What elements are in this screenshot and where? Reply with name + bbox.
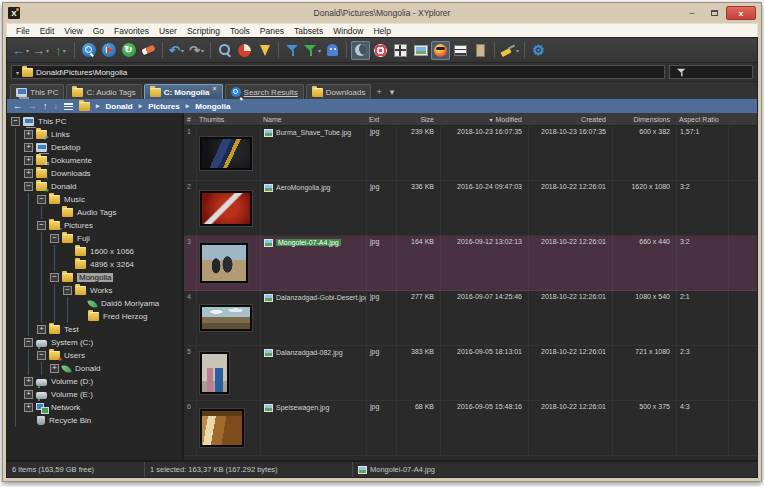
expand-toggle[interactable]: + (24, 377, 33, 386)
address-dropdown-icon[interactable]: ▾ (16, 69, 19, 76)
menu-item-tabsets[interactable]: Tabsets (289, 26, 328, 36)
thumbnail-aeromongolia-jpg[interactable] (200, 191, 252, 226)
expand-toggle[interactable]: + (24, 130, 33, 139)
column-header-ext[interactable]: Ext (366, 113, 396, 125)
tab-c-mongolia[interactable]: C: Mongolia× (144, 84, 223, 99)
thumbnail-speisewagen-jpg[interactable] (200, 409, 244, 447)
expand-toggle[interactable]: + (50, 364, 59, 373)
dropdown-caret-icon[interactable]: ▾ (63, 47, 66, 54)
menu-item-file[interactable]: File (11, 26, 35, 36)
tab-list-button[interactable]: ▾ (387, 84, 398, 99)
tab-this-pc[interactable]: This PC (10, 84, 64, 99)
thumbnail-mongolei-07-a4-jpg[interactable] (200, 243, 248, 283)
column-header-created[interactable]: Created (528, 113, 612, 125)
menu-item-help[interactable]: Help (368, 26, 395, 36)
crumb-back-icon[interactable]: ← (13, 102, 22, 111)
tree-item-pictures[interactable]: −Pictures (7, 219, 182, 232)
tree-item-desktop[interactable]: +Desktop (7, 141, 182, 154)
filter-box[interactable] (669, 65, 753, 79)
thumbnail-burma-shave-tube-jpg[interactable] (200, 137, 252, 170)
file-row-mongolei-07-a4-jpg[interactable]: 3Mongolei-07-A4.jpgjpg164 KB2016-09-12 1… (184, 236, 757, 291)
file-name[interactable]: Mongolei-07-A4.jpg (276, 239, 341, 246)
breadcrumb-segment-donald[interactable]: Donald (106, 102, 133, 111)
file-name[interactable]: Dalanzadgad-082.jpg (276, 349, 343, 356)
breadcrumb-segment-pictures[interactable]: Pictures (148, 102, 180, 111)
minimize-button[interactable]: – (682, 6, 702, 20)
erase-button[interactable] (139, 41, 158, 60)
statistics-button[interactable] (235, 41, 254, 60)
expand-toggle[interactable]: − (63, 286, 72, 295)
new-tab-button[interactable]: + (373, 84, 384, 99)
expand-toggle[interactable]: − (50, 273, 59, 282)
tree-item-volume-d[interactable]: +Volume (D:) (7, 375, 182, 388)
file-name[interactable]: Speisewagen.jpg (276, 404, 329, 411)
find-files-button[interactable] (79, 41, 98, 60)
back-button[interactable]: ←▾ (11, 41, 30, 60)
tree-item-fuji[interactable]: −Fuji (7, 232, 182, 245)
expand-toggle[interactable]: + (37, 325, 46, 334)
tree-item-dokumente[interactable]: +Dokumente (7, 154, 182, 167)
visual-filter-button[interactable] (283, 41, 302, 60)
expand-toggle[interactable]: − (37, 195, 46, 204)
expand-toggle[interactable]: − (37, 221, 46, 230)
thumbnails-button[interactable] (411, 41, 430, 60)
tab-close-icon[interactable]: × (212, 86, 216, 92)
menu-item-user[interactable]: User (154, 26, 182, 36)
column-header-[interactable]: # (184, 113, 196, 125)
file-name[interactable]: Burma_Shave_Tube.jpg (276, 129, 351, 136)
tree-item-audio-tags[interactable]: Audio Tags (7, 206, 182, 219)
fun-mode-button[interactable] (431, 41, 450, 60)
breadcrumb-segment-mongolia[interactable]: Mongolia (195, 102, 230, 111)
file-name[interactable]: AeroMongolia.jpg (276, 184, 330, 191)
menu-item-window[interactable]: Window (328, 26, 368, 36)
thumbnail-dalanzadgad-082-jpg[interactable] (200, 352, 229, 394)
menu-item-view[interactable]: View (59, 26, 87, 36)
crumb-down-icon[interactable]: ↓ (54, 102, 59, 111)
tree-item-this-pc[interactable]: −This PC (7, 115, 182, 128)
menu-item-panes[interactable]: Panes (255, 26, 289, 36)
menu-item-go[interactable]: Go (88, 26, 109, 36)
menu-item-scripting[interactable]: Scripting (182, 26, 225, 36)
file-row-burma-shave-tube-jpg[interactable]: 1Burma_Shave_Tube.jpgjpg239 KB2018-10-23… (184, 126, 757, 181)
tree-item-mongolia[interactable]: −Mongolia (7, 271, 182, 284)
tab-search-results[interactable]: Search Results (225, 84, 304, 99)
tree-item-works[interactable]: −Works (7, 284, 182, 297)
menu-item-tools[interactable]: Tools (225, 26, 255, 36)
maximize-button[interactable] (704, 6, 724, 20)
expand-toggle[interactable]: − (11, 117, 20, 126)
expand-toggle[interactable]: + (24, 169, 33, 178)
up-button[interactable]: ↑▾ (51, 41, 70, 60)
menu-item-edit[interactable]: Edit (35, 26, 60, 36)
file-row-speisewagen-jpg[interactable]: 6Speisewagen.jpgjpg68 KB2016-09-05 15:48… (184, 401, 757, 456)
file-row-aeromongolia-jpg[interactable]: 2AeroMongolia.jpgjpg336 KB2016-10-24 09:… (184, 181, 757, 236)
goto-button[interactable] (99, 41, 118, 60)
tab-c-audio-tags[interactable]: C: Audio Tags (66, 84, 141, 99)
column-header-modified[interactable]: ▾Modified (440, 113, 528, 125)
tree-item-donald[interactable]: +Donald (7, 362, 182, 375)
tree-item-recycle-bin[interactable]: Recycle Bin (7, 414, 182, 427)
dropdown-caret-icon[interactable]: ▾ (318, 47, 321, 54)
tree-item-volume-e[interactable]: +Volume (E:) (7, 388, 182, 401)
tree-item-users[interactable]: −Users (7, 349, 182, 362)
dropdown-caret-icon[interactable]: ▾ (516, 47, 519, 54)
column-header-dimensions[interactable]: Dimensions (612, 113, 676, 125)
dropdown-caret-icon[interactable]: ▾ (26, 47, 29, 54)
dropdown-caret-icon[interactable]: ▾ (181, 47, 184, 54)
expand-toggle[interactable]: − (37, 351, 46, 360)
expand-toggle[interactable]: − (50, 234, 59, 243)
expand-toggle[interactable]: + (24, 143, 33, 152)
column-header-aspect-ratio[interactable]: Aspect Ratio (676, 113, 728, 125)
tree-item-fred-herzog[interactable]: Fred Herzog (7, 310, 182, 323)
column-header-size[interactable]: Size (396, 113, 440, 125)
tree-item-system-c[interactable]: −System (C:) (7, 336, 182, 349)
color-swatch-button[interactable] (471, 41, 490, 60)
global-visual-filter-button[interactable]: ▾ (303, 41, 322, 60)
dropdown-caret-icon[interactable]: ▾ (201, 47, 204, 54)
tree-item-4896-x-3264[interactable]: 4896 x 3264 (7, 258, 182, 271)
tree-item-links[interactable]: +Links (7, 128, 182, 141)
live-filter-button[interactable] (215, 41, 234, 60)
redo-button[interactable]: ↷▾ (187, 41, 206, 60)
close-button[interactable]: x (726, 6, 756, 20)
highlight-button[interactable] (371, 41, 390, 60)
file-row-dalanzadgad-082-jpg[interactable]: 5Dalanzadgad-082.jpgjpg383 KB2016-09-05 … (184, 346, 757, 401)
